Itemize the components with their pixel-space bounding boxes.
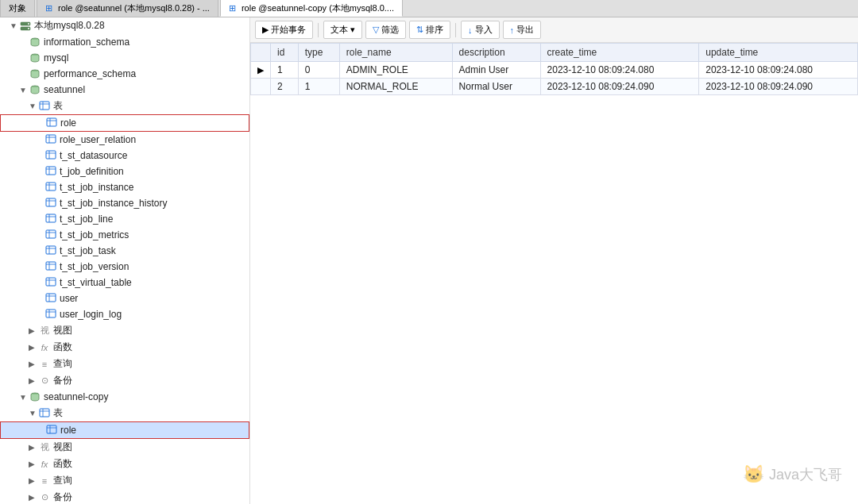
server-icon — [19, 20, 32, 33]
svg-rect-8 — [40, 102, 49, 110]
sidebar-item-t-st-job-line[interactable]: t_st_job_line — [0, 211, 249, 227]
svg-rect-29 — [46, 214, 56, 222]
table-row[interactable]: 2 1 NORMAL_ROLE Normal User 2023-12-10 0… — [251, 79, 858, 95]
table-label-seatunnel-role: role — [60, 117, 76, 129]
table-icon-t-st-datasource — [44, 149, 57, 162]
col-header-create-time[interactable]: create_time — [540, 44, 699, 62]
svg-point-2 — [28, 23, 29, 25]
svg-rect-51 — [40, 409, 49, 417]
sidebar-item-t-st-job-metrics[interactable]: t_st_job_metrics — [0, 227, 249, 243]
filter-button[interactable]: ▽ 筛选 — [365, 21, 406, 39]
cell-create-time-1: 2023-12-10 08:09:24.080 — [540, 62, 699, 79]
cell-description-2: Normal User — [452, 79, 540, 95]
table-label-t-job-definition: t_job_definition — [60, 166, 124, 177]
sidebar-item-t-st-datasource[interactable]: t_st_datasource — [0, 148, 249, 164]
table-icon-tab1: ⊞ — [45, 3, 52, 13]
tab-role-seatunnel-copy[interactable]: ⊞ role @seatunnel-copy (本地mysql8.0.... — [220, 0, 403, 17]
tab-object[interactable]: 对象 — [0, 0, 35, 17]
db-icon-information-schema — [29, 36, 41, 48]
col-header-description[interactable]: description — [452, 44, 540, 62]
backup-label: 备份 — [53, 374, 72, 387]
sort-button[interactable]: ⇅ 排序 — [409, 21, 450, 39]
svg-rect-32 — [46, 230, 56, 238]
tab-role-seatunnel[interactable]: ⊞ role @seatunnel (本地mysql8.0.28) - ... — [37, 0, 218, 17]
sidebar-item-seatunnel[interactable]: ▼ seatunnel — [0, 82, 249, 98]
begin-transaction-button[interactable]: ▶ 开始事务 — [255, 21, 313, 39]
toolbar: ▶ 开始事务 文本 ▾ ▽ 筛选 ⇅ 排序 ↓ 导入 ↑ — [250, 17, 858, 43]
table-label-seatunnel-copy-role: role — [60, 425, 76, 436]
sidebar-item-user[interactable]: user — [0, 290, 249, 306]
sidebar-item-information-schema[interactable]: information_schema — [0, 34, 249, 50]
backup-icon-copy: ⊙ — [38, 491, 51, 504]
cell-role-name-2: NORMAL_ROLE — [339, 79, 452, 95]
table-label-t-st-virtual-table: t_st_virtual_table — [60, 277, 132, 288]
table-icon-t-st-job-instance — [44, 181, 57, 194]
col-header-update-time[interactable]: update_time — [699, 44, 858, 62]
table-icon-seatunnel-copy-role — [45, 424, 58, 437]
export-button[interactable]: ↑ 导出 — [503, 21, 542, 39]
text-button[interactable]: 文本 ▾ — [323, 21, 362, 39]
sidebar-item-seatunnel-backup[interactable]: ▶ ⊙ 备份 — [0, 372, 249, 389]
sidebar-item-t-st-job-instance[interactable]: t_st_job_instance — [0, 179, 249, 195]
caret-root: ▼ — [10, 21, 19, 30]
sidebar-item-seatunnel-copy-backup[interactable]: ▶ ⊙ 备份 — [0, 489, 249, 504]
svg-rect-14 — [46, 135, 56, 143]
sidebar-item-t-job-definition[interactable]: t_job_definition — [0, 164, 249, 179]
sidebar-item-performance-schema[interactable]: performance_schema — [0, 66, 249, 82]
table-icon-seatunnel-role — [45, 117, 58, 129]
table-label-t-st-job-version: t_st_job_version — [60, 261, 129, 272]
sidebar-item-seatunnel-copy-tables-folder[interactable]: ▼ 表 — [0, 405, 249, 421]
db-label-performance-schema: performance_schema — [44, 68, 136, 79]
views-icon: 视 — [38, 325, 51, 337]
db-label-seatunnel: seatunnel — [44, 84, 85, 95]
table-icon-tab2: ⊞ — [229, 3, 236, 13]
sidebar-item-seatunnel-functions[interactable]: ▶ fx 函数 — [0, 339, 249, 356]
sidebar-item-seatunnel-tables-folder[interactable]: ▼ 表 — [0, 98, 249, 114]
sidebar-item-seatunnel-copy-functions[interactable]: ▶ fx 函数 — [0, 456, 249, 472]
col-header-id[interactable]: id — [271, 44, 299, 62]
sidebar-item-seatunnel-views[interactable]: ▶ 视 视图 — [0, 322, 249, 339]
sidebar-item-seatunnel-copy[interactable]: ▼ seatunnel-copy — [0, 389, 249, 405]
filter-icon: ▽ — [373, 25, 379, 35]
sidebar-item-mysql[interactable]: mysql — [0, 50, 249, 66]
sidebar-item-user-login-log[interactable]: user_login_log — [0, 306, 249, 322]
views-icon-copy: 视 — [38, 441, 51, 454]
table-icon-t-st-job-line — [44, 213, 57, 225]
sidebar-item-seatunnel-copy-views[interactable]: ▶ 视 视图 — [0, 439, 249, 456]
sidebar-item-seatunnel-copy-queries[interactable]: ▶ ≡ 查询 — [0, 472, 249, 489]
sidebar-item-role-user-relation[interactable]: role_user_relation — [0, 132, 249, 148]
import-icon: ↓ — [468, 25, 473, 35]
svg-point-3 — [28, 28, 29, 29]
col-header-role-name[interactable]: role_name — [339, 44, 452, 62]
views-label-copy: 视图 — [53, 441, 72, 454]
cell-id-1: 1 — [271, 62, 299, 79]
table-icon-user — [44, 292, 57, 305]
sidebar-item-t-st-job-instance-history[interactable]: t_st_job_instance_history — [0, 195, 249, 211]
functions-label-copy: 函数 — [53, 457, 72, 471]
import-button[interactable]: ↓ 导入 — [461, 21, 500, 39]
sidebar-item-t-st-virtual-table[interactable]: t_st_virtual_table — [0, 275, 249, 290]
sidebar-item-t-st-job-task[interactable]: t_st_job_task — [0, 243, 249, 259]
sidebar-item-seatunnel-copy-role[interactable]: role — [0, 421, 249, 439]
tables-folder-label-copy: 表 — [53, 406, 63, 420]
row-arrow-2 — [251, 79, 271, 95]
watermark-icon: 🐱 — [743, 464, 764, 485]
col-header-type[interactable]: type — [298, 44, 339, 62]
svg-rect-17 — [46, 151, 56, 159]
functions-icon: fx — [38, 341, 51, 354]
table-label-user-login-log: user_login_log — [60, 309, 122, 320]
sidebar-item-t-st-job-version[interactable]: t_st_job_version — [0, 259, 249, 275]
svg-rect-38 — [46, 262, 56, 270]
db-label-mysql: mysql — [44, 52, 68, 63]
svg-rect-35 — [46, 246, 56, 254]
data-table: id type role_name description create_tim… — [250, 43, 858, 95]
sidebar-item-seatunnel-role[interactable]: role — [0, 114, 249, 132]
table-row[interactable]: ▶ 1 0 ADMIN_ROLE Admin User 2023-12-10 0… — [251, 62, 858, 79]
svg-rect-54 — [47, 425, 56, 433]
sidebar-item-seatunnel-queries[interactable]: ▶ ≡ 查询 — [0, 356, 249, 372]
svg-rect-41 — [46, 278, 56, 286]
sidebar-root[interactable]: ▼ 本地mysql8.0.28 — [0, 17, 249, 34]
table-icon-user-login-log — [44, 308, 57, 321]
tables-folder-label: 表 — [53, 99, 63, 113]
table-icon-t-st-virtual-table — [44, 276, 57, 289]
